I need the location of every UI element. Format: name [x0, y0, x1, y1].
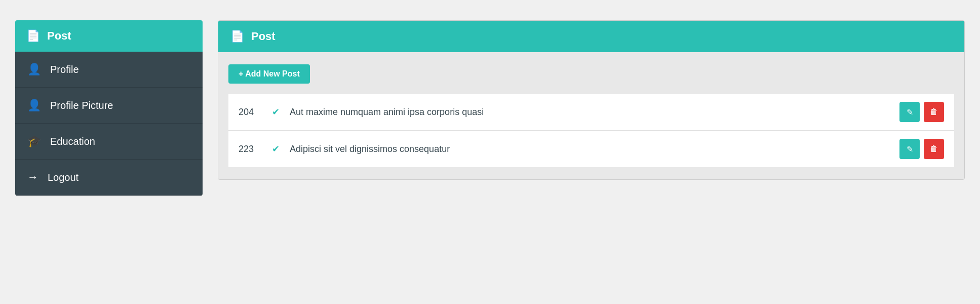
sidebar-header-icon: 📄 — [26, 29, 40, 43]
post-actions: ✎ 🗑 — [899, 102, 944, 122]
sidebar-item-label: Logout — [48, 172, 79, 183]
main-header-label: Post — [251, 30, 276, 43]
delete-icon: 🗑 — [930, 144, 938, 154]
sidebar-item-logout[interactable]: → Logout — [15, 160, 203, 196]
delete-button[interactable]: 🗑 — [924, 139, 944, 159]
delete-button[interactable]: 🗑 — [924, 102, 944, 122]
edit-button[interactable]: ✎ — [899, 139, 920, 159]
education-icon: 🎓 — [27, 135, 41, 148]
check-icon: ✔ — [272, 106, 280, 118]
post-title: Adipisci sit vel dignissimos consequatur — [290, 144, 891, 155]
add-new-post-button[interactable]: + Add New Post — [228, 64, 310, 84]
sidebar: 📄 Post 👤 Profile 👤 Profile Picture 🎓 Edu… — [15, 20, 203, 196]
logout-icon: → — [27, 171, 38, 184]
post-id: 223 — [239, 144, 264, 155]
sidebar-item-label: Profile — [50, 64, 79, 75]
post-id: 204 — [239, 107, 264, 118]
post-actions: ✎ 🗑 — [899, 139, 944, 159]
sidebar-item-label: Profile Picture — [50, 100, 113, 111]
check-icon: ✔ — [272, 143, 280, 155]
sidebar-header: 📄 Post — [15, 20, 203, 52]
table-row: 223 ✔ Adipisci sit vel dignissimos conse… — [228, 131, 954, 167]
profile-picture-icon: 👤 — [27, 99, 41, 112]
post-title: Aut maxime numquam animi ipsa corporis q… — [290, 107, 891, 118]
profile-icon: 👤 — [27, 63, 41, 76]
sidebar-item-education[interactable]: 🎓 Education — [15, 124, 203, 160]
main-header-icon: 📄 — [230, 30, 244, 43]
main-header: 📄 Post — [218, 21, 964, 52]
sidebar-item-profile-picture[interactable]: 👤 Profile Picture — [15, 88, 203, 124]
edit-icon: ✎ — [907, 144, 913, 154]
main-body: + Add New Post 204 ✔ Aut maxime numquam … — [218, 52, 964, 179]
table-row: 204 ✔ Aut maxime numquam animi ipsa corp… — [228, 94, 954, 131]
sidebar-item-profile[interactable]: 👤 Profile — [15, 52, 203, 88]
delete-icon: 🗑 — [930, 107, 938, 117]
edit-button[interactable]: ✎ — [899, 102, 920, 122]
sidebar-header-label: Post — [47, 29, 71, 43]
sidebar-item-label: Education — [50, 136, 95, 147]
main-panel: 📄 Post + Add New Post 204 ✔ Aut maxime n… — [218, 20, 965, 180]
edit-icon: ✎ — [907, 107, 913, 117]
